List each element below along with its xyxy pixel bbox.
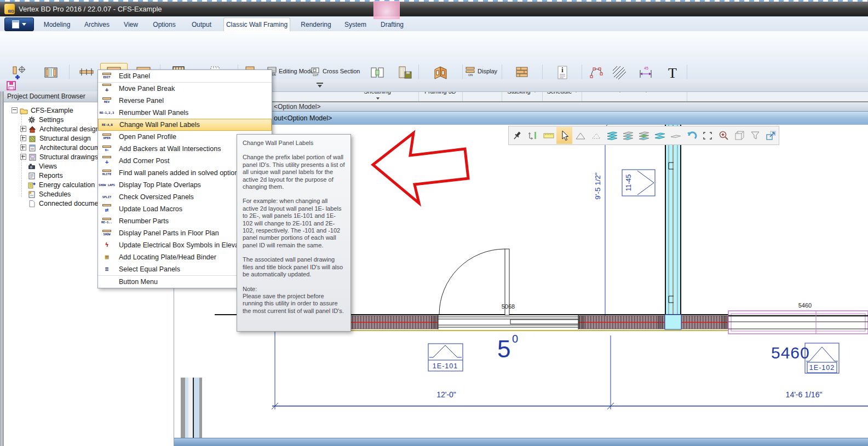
tooltip-note: Please save the project before running t… [243,293,345,315]
toolbar-select-region-icon[interactable] [699,127,715,144]
toolbar-filter-icon[interactable] [747,127,763,144]
tree-item-label: Energy calculation [39,181,95,189]
menu-item-renumber-wall-panels[interactable]: RE-1,2,3Renumber Wall Panels [98,107,272,119]
tab-drafting[interactable]: Drafting [378,18,406,31]
dim-12-0-text: 12'-0" [436,390,456,399]
update-electrical-icon: ϟ [98,242,116,249]
canvas-toolbar [508,126,779,145]
inactive-window-titlebar[interactable]: <Option Model> [174,101,868,111]
toolbar-zoom-in-icon[interactable] [715,127,731,144]
window-left-edge [0,91,4,446]
tooltip-note-label: Note: [243,286,345,293]
svg-text:T: T [668,65,677,80]
window-element[interactable] [728,311,868,334]
tab-options[interactable]: Options [150,18,179,31]
toolbar-layer-single-icon[interactable] [668,127,683,144]
tree-item-label: Reports [39,172,63,179]
gear-icon [28,116,36,124]
cross-section-button[interactable]: CUT Cross Section [311,65,360,77]
tree-item-label: Structural drawings [39,153,98,161]
floppy-save-icon [7,81,16,90]
toolbar-measure-rotate-icon[interactable] [525,127,541,144]
display-panel-parts-icon: SHOW [98,230,116,236]
toolbar-layers-green-icon[interactable] [636,127,652,144]
dim-14-6-text: 14'-6 1/16" [786,390,823,399]
check-oversized-panels-icon: SPLIT [98,195,116,199]
tree-item-label: Architectural design [39,125,100,133]
collapse-box-icon[interactable] [12,107,18,113]
door-mark-sup-text: 0 [512,333,518,345]
drawing-icon [28,153,37,161]
toolbar-layers-mixed-icon[interactable] [620,127,636,144]
svg-text:CUT: CUT [313,73,318,76]
vertical-dim-text: 9'-5 1/2" [594,172,602,200]
tree-item-label: Settings [39,116,64,124]
menu-item-move-panel-break[interactable]: +Move Panel Break [98,83,272,95]
file-menu-icon [12,20,19,28]
toolbar-ruler-icon[interactable] [541,127,556,144]
active-window-titlebar[interactable]: out<Option Model> [174,111,868,125]
panel-label-1-text: 1E-101 [433,362,458,370]
tree-item-label: Views [39,163,57,170]
display-button[interactable]: ON Display [465,65,497,77]
svg-text:ON: ON [468,73,473,76]
editing-mode-button[interactable]: MODE Editing Mode [267,65,314,77]
red-arrow-annotation [361,126,476,211]
chevron-down-icon [318,85,322,88]
title-bar[interactable]: BD Vertex BD Pro 2016 / 22.0.07 - CFS-Ex… [0,2,868,16]
energy-icon [28,181,36,189]
update-load-macros-icon: ⇄ [98,204,116,214]
add-locating-plate-icon: ▦ [98,254,116,261]
ribbon-collapse-button[interactable] [317,83,323,90]
file-menu-button[interactable] [4,18,34,31]
cross-section-label: Cross Section [323,68,360,74]
toolbar-undo-icon[interactable] [683,127,699,144]
vertical-dimension[interactable] [602,125,608,322]
quick-save-button[interactable] [7,81,16,92]
tab-output[interactable]: Output [188,18,215,31]
menu-item-reverse-panel[interactable]: REVReverse Panel [98,95,272,107]
panel-label-2-text: 1E-102 [809,364,835,372]
toolbar-cursor-icon[interactable] [556,127,572,144]
tree-item-label: Schedules [39,190,71,198]
tooltip-title: Change Wall Panel Labels [243,140,345,147]
renumber-wall-panels-icon: RE-1,2,3 [98,111,116,114]
schedule-icon [28,190,36,198]
add-corner-post-icon: + [98,156,116,166]
select-equal-panels-icon: ≡ [98,266,116,273]
window-tag-text: 11-45 [625,174,633,191]
tree-root-label: CFS-Example [31,107,73,114]
door-mark-text: 5 [497,335,510,362]
tab-view[interactable]: View [120,18,141,31]
add-backers-icon: B+ [98,146,116,152]
menu-item-edit-panel[interactable]: EDITEdit Panel [98,70,272,83]
toolbar-pin-icon[interactable] [509,127,525,144]
tab-modeling[interactable]: Modeling [40,18,74,31]
documents-icon [28,144,37,152]
tab-classic-wall-framing[interactable]: Classic Wall Framing [223,18,290,32]
pink-highlight-annotation [373,1,400,19]
toolbar-layers-flat-icon[interactable] [652,127,668,144]
tab-system[interactable]: System [343,18,368,31]
toolbar-cube-icon[interactable] [731,127,747,144]
canvas-bottom-bar[interactable] [174,438,868,446]
left-wall-section-stripes [178,378,202,438]
tooltip-paragraph: The associated wall panel drawing files … [243,256,345,278]
display-on-icon: ON [465,67,475,76]
tab-rendering[interactable]: Rendering [299,18,333,31]
menu-item-change-wall-panel-labels[interactable]: RE-A,BChange Wall Panel Labels [98,119,272,131]
svg-text:45: 45 [644,66,648,70]
toolbar-triangle-dashed-icon[interactable] [588,127,604,144]
display-label: Display [478,68,497,74]
house-icon [28,125,37,133]
toolbar-layers-cyan-icon[interactable] [604,127,620,144]
vertical-wall[interactable] [665,125,681,321]
tab-archives[interactable]: Archives [81,18,113,31]
move-panel-break-icon: + [98,84,116,94]
find-wall-panels-icon: HLITE [98,170,116,176]
edit-panel-menu-icon: EDIT [98,73,116,79]
structure-icon [28,135,37,142]
toolbar-triangle-icon[interactable] [572,127,588,144]
change-wall-panel-labels-icon: RE-A,B [99,123,116,126]
toolbar-export-view-icon[interactable] [763,127,779,144]
